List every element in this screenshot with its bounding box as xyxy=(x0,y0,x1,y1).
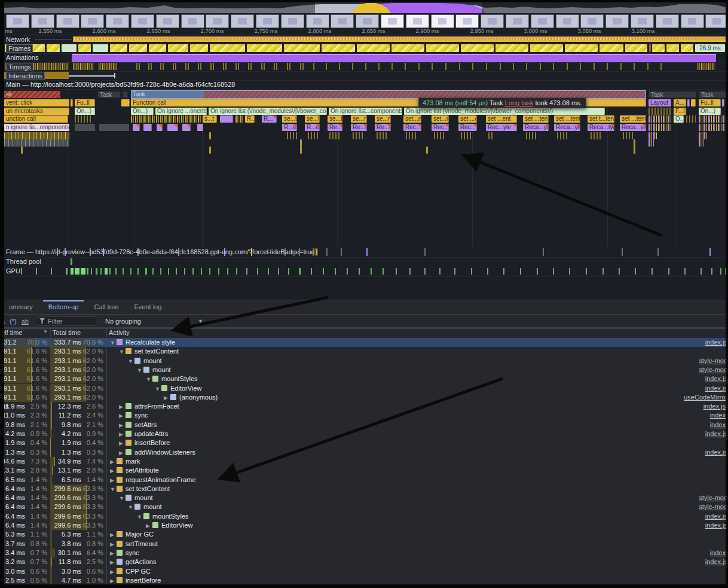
track-gpu[interactable]: GPU xyxy=(0,267,728,277)
filmstrip-thumbnail[interactable] xyxy=(56,14,79,28)
expand-icon[interactable]: ▶ xyxy=(110,531,117,540)
frame-segment[interactable] xyxy=(357,44,390,52)
table-row[interactable]: 11.9 ms2.5 %12.3 ms2.6 %▶attrsFromFaceti… xyxy=(0,402,728,411)
flame-block[interactable] xyxy=(649,132,657,139)
activity-label[interactable]: mount xyxy=(143,357,162,364)
flame-block[interactable] xyxy=(649,115,671,123)
frame-segment[interactable] xyxy=(599,44,623,52)
flame-block[interactable] xyxy=(235,115,243,123)
frame-segment[interactable] xyxy=(426,44,459,52)
flame-block[interactable]: n ignore lis...omponents\/) xyxy=(4,124,69,131)
filmstrip-thumbnail[interactable] xyxy=(431,14,454,28)
source-link[interactable]: index.js xyxy=(705,448,727,457)
source-link[interactable]: style-mod xyxy=(699,502,727,511)
flame-block[interactable] xyxy=(406,132,417,139)
flame-block[interactable] xyxy=(461,132,472,139)
expand-icon[interactable]: ▶ xyxy=(119,412,126,421)
flame-block[interactable]: se...t xyxy=(282,115,297,123)
frame-segment[interactable] xyxy=(625,44,647,52)
frame-segment[interactable] xyxy=(649,44,651,52)
source-link[interactable]: index. xyxy=(710,549,727,557)
source-link[interactable]: style-mod xyxy=(699,357,727,365)
activity-label[interactable]: (anonymous) xyxy=(179,394,218,401)
expand-icon[interactable]: ▶ xyxy=(146,522,152,531)
filmstrip-thumbnail[interactable] xyxy=(181,14,204,28)
flame-block[interactable]: Task xyxy=(649,91,696,98)
flame-block[interactable]: O... xyxy=(674,115,684,123)
table-row[interactable]: 1.9 ms0.4 %1.9 ms0.4 %▶insertBefore xyxy=(0,438,728,447)
flame-block[interactable]: unction call xyxy=(4,115,68,123)
table-row[interactable]: 291.1 ms61.6 %293.1 ms62.0 %▼EditorViewi… xyxy=(0,384,728,393)
filmstrip-thumbnail[interactable] xyxy=(455,14,479,28)
frame-segment[interactable] xyxy=(565,44,598,52)
table-row[interactable]: 3.2 ms0.7 %11.8 ms2.5 %▶getActionsindex.… xyxy=(0,557,728,566)
activity-label[interactable]: insertBefore xyxy=(126,577,161,584)
activity-label[interactable]: Recalculate style xyxy=(126,339,175,346)
flame-block[interactable]: un microtasks xyxy=(4,108,69,115)
flame-block[interactable]: R... xyxy=(245,115,255,123)
flame-block[interactable]: se...t xyxy=(305,115,320,123)
flame-block[interactable] xyxy=(143,124,152,131)
flame-block[interactable]: Layout xyxy=(649,99,671,106)
activity-label[interactable]: addWindowListeners xyxy=(134,449,195,456)
flame-block[interactable]: On ignore list (\/node_modules\/|\/bower… xyxy=(404,108,605,115)
flame-block[interactable] xyxy=(300,147,302,154)
frame-segment[interactable] xyxy=(666,44,679,52)
flame-block[interactable]: set ...tent xyxy=(523,115,549,123)
table-row[interactable]: 9.8 ms2.1 %9.8 ms2.1 %▶setAttrsindex. xyxy=(0,421,728,429)
flame-block[interactable]: Reca...yle xyxy=(620,124,646,131)
flame-block[interactable]: R... xyxy=(262,115,277,123)
flame-block[interactable] xyxy=(4,132,69,139)
flame-block[interactable] xyxy=(699,139,704,147)
frame-segment[interactable] xyxy=(190,44,208,52)
flame-block[interactable] xyxy=(649,124,671,131)
column-divider[interactable] xyxy=(106,328,107,338)
flame-block[interactable]: A... xyxy=(674,99,686,106)
flame-block[interactable]: Fu..ll xyxy=(699,99,721,106)
chevron-down-icon[interactable]: ▼ xyxy=(198,318,203,324)
source-link[interactable]: index.js xyxy=(705,557,727,566)
flame-block[interactable] xyxy=(649,139,654,147)
flame-block[interactable]: On...) xyxy=(75,108,95,115)
filmstrip-thumbnail[interactable] xyxy=(580,14,604,28)
flame-block[interactable] xyxy=(691,99,696,106)
animations-bar[interactable] xyxy=(72,54,716,62)
flame-block[interactable]: Task xyxy=(699,91,728,98)
activity-label[interactable]: CPP GC xyxy=(126,568,151,575)
flame-block[interactable] xyxy=(121,99,130,106)
activity-label[interactable]: EditorView xyxy=(161,522,192,529)
source-link[interactable]: useCodeMirror xyxy=(684,393,727,402)
table-row[interactable]: 34.6 ms7.3 %34.9 ms7.4 %▶mark xyxy=(0,457,728,466)
activity-label[interactable]: set textContent xyxy=(126,485,170,492)
whole-word-icon[interactable]: ab xyxy=(22,318,29,325)
table-row[interactable]: 331.2 ms70.0 %333.7 ms70.6 %▼Recalculate… xyxy=(0,338,728,347)
activity-label[interactable]: setAttribute xyxy=(126,467,159,474)
expand-icon[interactable]: ▶ xyxy=(110,467,117,476)
activity-label[interactable]: mount xyxy=(152,366,171,373)
flame-block[interactable] xyxy=(300,139,302,147)
flame-block[interactable] xyxy=(557,132,569,139)
table-row[interactable]: 6.4 ms1.4 %299.6 ms63.3 %▶EditorViewinde… xyxy=(0,521,728,530)
filmstrip-thumbnail[interactable] xyxy=(631,14,654,28)
filmstrip-thumbnail[interactable] xyxy=(331,14,354,28)
track-thread-pool[interactable]: Thread pool xyxy=(0,257,728,267)
table-row[interactable]: 3.7 ms0.8 %3.8 ms0.8 %▶setTimeout xyxy=(0,540,728,549)
filmstrip-thumbnail[interactable] xyxy=(605,14,629,28)
table-row[interactable]: 11.0 ms2.3 %11.2 ms2.4 %▶syncindex. xyxy=(0,411,728,420)
flame-block[interactable] xyxy=(434,132,445,139)
frame-segment[interactable] xyxy=(210,44,245,52)
source-link[interactable]: index.js xyxy=(705,521,727,530)
track-timings[interactable]: Timings xyxy=(0,62,728,72)
frame-segment[interactable] xyxy=(110,44,127,52)
filmstrip-thumbnail[interactable] xyxy=(381,14,404,28)
source-link[interactable]: index.js xyxy=(705,429,727,438)
filmstrip-thumbnail[interactable] xyxy=(406,14,429,28)
frame-segment[interactable] xyxy=(322,44,355,52)
track-animations[interactable]: Animations xyxy=(0,53,728,63)
activity-label[interactable]: set textContent xyxy=(134,348,179,355)
expand-icon[interactable]: ▶ xyxy=(119,430,126,439)
frame-segment[interactable] xyxy=(168,44,188,52)
flame-block[interactable] xyxy=(634,139,635,147)
flame-block[interactable] xyxy=(329,132,340,139)
filmstrip-thumbnail[interactable] xyxy=(131,14,154,28)
